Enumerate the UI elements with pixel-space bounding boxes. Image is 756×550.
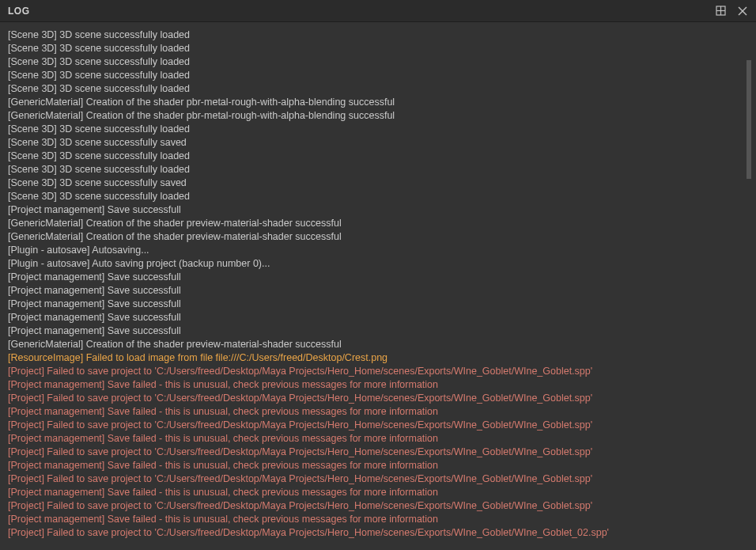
log-line[interactable]: [Project management] Save successfull — [8, 298, 743, 311]
log-line[interactable]: [Project management] Save successfull — [8, 324, 743, 338]
log-line[interactable]: [Scene 3D] 3D scene successfully loaded — [8, 163, 743, 176]
close-icon — [738, 6, 747, 16]
titlebar: LOG — [0, 0, 756, 22]
log-line[interactable]: [GenericMaterial] Creation of the shader… — [8, 96, 743, 109]
log-line[interactable]: [GenericMaterial] Creation of the shader… — [8, 217, 743, 230]
scrollbar-thumb[interactable] — [747, 60, 751, 179]
log-line[interactable]: [Project management] Save successfull — [8, 271, 743, 284]
log-line[interactable]: [Project] Failed to save project to 'C:/… — [8, 419, 743, 432]
log-line[interactable]: [Project management] Save failed - this … — [8, 378, 743, 392]
panel-title: LOG — [8, 6, 30, 17]
log-line[interactable]: [ResourceImage] Failed to load image fro… — [8, 351, 743, 365]
log-line[interactable]: [Project management] Save failed - this … — [8, 513, 743, 526]
log-line[interactable]: [Project management] Save failed - this … — [8, 405, 743, 419]
log-line[interactable]: [Scene 3D] 3D scene successfully loaded — [8, 28, 743, 42]
log-line[interactable]: [Project management] Save failed - this … — [8, 459, 743, 472]
log-line[interactable]: [Plugin - autosave] Autosaving... — [8, 244, 743, 257]
log-line[interactable]: [Project] Failed to save project to 'C:/… — [8, 365, 743, 378]
log-line[interactable]: [Project management] Save failed - this … — [8, 432, 743, 446]
log-line[interactable]: [Scene 3D] 3D scene successfully loaded — [8, 123, 743, 136]
log-line[interactable]: [GenericMaterial] Creation of the shader… — [8, 230, 743, 244]
vertical-scrollbar[interactable] — [745, 28, 753, 547]
log-line[interactable]: [Project] Failed to save project to 'C:/… — [8, 472, 743, 486]
log-line[interactable]: [Scene 3D] 3D scene successfully loaded — [8, 55, 743, 69]
log-content: [Scene 3D] 3D scene successfully loaded[… — [8, 28, 743, 540]
log-line[interactable]: [Scene 3D] 3D scene successfully loaded — [8, 150, 743, 163]
log-line[interactable]: [Plugin - autosave] Auto saving project … — [8, 257, 743, 271]
log-line[interactable]: [Project management] Save successfull — [8, 311, 743, 324]
log-viewport[interactable]: [Scene 3D] 3D scene successfully loaded[… — [8, 28, 743, 547]
close-button[interactable] — [734, 2, 751, 20]
log-line[interactable]: [Project management] Save successfull — [8, 203, 743, 217]
log-line[interactable]: [Project management] Save successfull — [8, 284, 743, 298]
log-line[interactable]: [Project] Failed to save project to 'C:/… — [8, 499, 743, 513]
log-line[interactable]: [Scene 3D] 3D scene successfully loaded — [8, 82, 743, 96]
log-panel: LOG [Scene 3D] 3D scene successfully l — [0, 0, 756, 550]
log-line[interactable]: [GenericMaterial] Creation of the shader… — [8, 109, 743, 123]
log-line[interactable]: [Scene 3D] 3D scene successfully saved — [8, 176, 743, 190]
log-line[interactable]: [Scene 3D] 3D scene successfully loaded — [8, 69, 743, 82]
grid-icon — [716, 6, 726, 16]
log-line[interactable]: [Project] Failed to save project to 'C:/… — [8, 392, 743, 405]
log-line[interactable]: [Project] Failed to save project to 'C:/… — [8, 446, 743, 459]
log-line[interactable]: [Scene 3D] 3D scene successfully saved — [8, 136, 743, 150]
log-line[interactable]: [Project management] Save failed - this … — [8, 486, 743, 499]
log-line[interactable]: [Project] Failed to save project to 'C:/… — [8, 526, 743, 540]
dock-button[interactable] — [712, 2, 729, 20]
log-line[interactable]: [Scene 3D] 3D scene successfully loaded — [8, 42, 743, 55]
log-line[interactable]: [Scene 3D] 3D scene successfully loaded — [8, 190, 743, 203]
log-line[interactable]: [GenericMaterial] Creation of the shader… — [8, 338, 743, 351]
log-body: [Scene 3D] 3D scene successfully loaded[… — [0, 22, 756, 550]
